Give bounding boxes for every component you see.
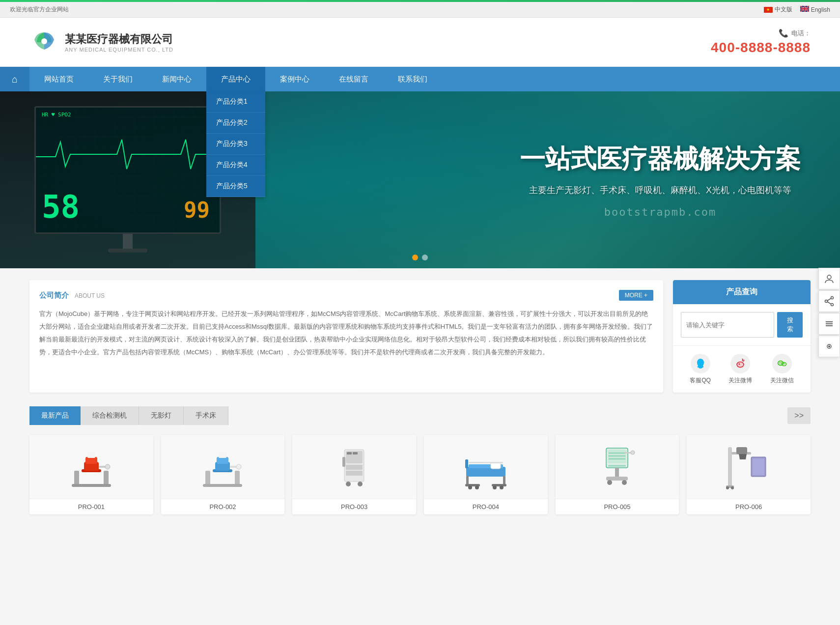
- product-label-001: PRO-001: [29, 499, 153, 514]
- product-card-006[interactable]: PRO-006: [687, 435, 811, 514]
- about-more-button[interactable]: MORE +: [619, 290, 653, 301]
- float-btn-top[interactable]: [818, 336, 840, 357]
- product-img-005: [556, 435, 679, 499]
- product-card-004[interactable]: PRO-004: [424, 435, 548, 514]
- product-img-003: [292, 435, 416, 499]
- social-weibo[interactable]: 关注微博: [728, 354, 752, 385]
- float-btn-share[interactable]: [818, 290, 840, 312]
- product-card-005[interactable]: PRO-005: [556, 435, 679, 514]
- logo-text: 某某医疗器械有限公司 ANY MEDICAL EQUIPMENT CO., LT…: [65, 32, 173, 53]
- about-content: 官方（MojoCube）基于网络，专注于网页设计和网站程序开发。已经开发一系列网…: [39, 308, 653, 359]
- float-btn-service[interactable]: [818, 268, 840, 289]
- lang-en-label: English: [811, 6, 830, 13]
- svg-rect-38: [203, 484, 242, 487]
- pq-search-input[interactable]: [681, 312, 774, 338]
- nav-dropdown-item-2[interactable]: 产品分类2: [206, 113, 265, 134]
- prod-tab-next-button[interactable]: >>: [787, 407, 811, 424]
- about-query-row: 公司简介 ABOUT US MORE + 官方（MojoCube）基于网络，专注…: [29, 280, 811, 393]
- product-svg-005: [592, 442, 642, 491]
- nav-dropdown-item-1[interactable]: 产品分类1: [206, 91, 265, 113]
- nav-home-button[interactable]: ⌂: [0, 67, 29, 91]
- nav-dropdown-item-5[interactable]: 产品分类5: [206, 176, 265, 197]
- svg-point-85: [731, 486, 734, 489]
- svg-point-76: [631, 451, 635, 455]
- nav-item-cases[interactable]: 案例中心: [265, 67, 324, 91]
- svg-point-5: [831, 304, 834, 306]
- wechat-icon: [772, 354, 792, 373]
- product-card-002[interactable]: PRO-002: [161, 435, 285, 514]
- svg-rect-70: [608, 465, 626, 467]
- nav-item-about[interactable]: 关于我们: [88, 67, 147, 91]
- nav-item-message[interactable]: 在线留言: [324, 67, 383, 91]
- pq-title: 产品查询: [673, 280, 811, 304]
- about-header: 公司简介 ABOUT US MORE +: [39, 290, 653, 301]
- svg-rect-2: [36, 108, 221, 234]
- nav-item-news[interactable]: 新闻中心: [147, 67, 206, 91]
- svg-rect-81: [736, 447, 747, 454]
- svg-point-21: [781, 363, 782, 364]
- flag-en-icon: [800, 6, 809, 13]
- svg-rect-63: [469, 462, 486, 463]
- phone-label: 📞 电话：: [711, 28, 811, 38]
- nav-item-home[interactable]: 网站首页: [29, 67, 88, 91]
- svg-point-49: [358, 482, 363, 486]
- svg-point-59: [475, 485, 479, 489]
- prod-tab-bed[interactable]: 手术床: [184, 406, 228, 425]
- main-content: 公司简介 ABOUT US MORE + 官方（MojoCube）基于网络，专注…: [0, 268, 840, 526]
- svg-point-61: [500, 485, 504, 489]
- svg-point-58: [468, 485, 472, 489]
- svg-rect-30: [87, 452, 95, 458]
- hero-dot-1[interactable]: [412, 255, 418, 260]
- hero-subtitle: 主要生产无影灯、手术床、呼吸机、麻醉机、X光机，心电图机等等: [520, 184, 801, 196]
- nav-dropdown-item-3[interactable]: 产品分类3: [206, 134, 265, 155]
- welcome-text: 欢迎光临官方企业网站: [10, 5, 69, 14]
- svg-rect-36: [205, 471, 210, 485]
- company-name: 某某医疗器械有限公司: [65, 32, 173, 47]
- svg-point-6: [825, 300, 828, 303]
- svg-rect-35: [217, 457, 228, 464]
- svg-rect-44: [347, 452, 352, 455]
- pq-search-row: 搜索: [673, 304, 811, 346]
- hero-banner: 58 99 HR ♥ SPO2 一站式医疗器械解决方案 主要生产无影灯、手术床、…: [0, 91, 840, 268]
- nav-dropdown-wrapper: 产品中心 产品分类1 产品分类2 产品分类3 产品分类4 产品分类5: [206, 67, 265, 91]
- svg-rect-50: [342, 457, 345, 467]
- about-title-group: 公司简介 ABOUT US: [39, 291, 105, 300]
- prod-tab-light[interactable]: 无影灯: [139, 406, 184, 425]
- about-title: 公司简介: [39, 291, 69, 299]
- hero-dots: [412, 255, 428, 260]
- hero-dot-2[interactable]: [422, 255, 428, 260]
- svg-rect-71: [615, 468, 619, 478]
- svg-rect-78: [753, 458, 764, 475]
- product-card-001[interactable]: PRO-001: [29, 435, 153, 514]
- products-tabs: 最新产品 综合检测机 无影灯 手术床 >>: [29, 406, 811, 425]
- prod-tab-detector[interactable]: 综合检测机: [81, 406, 139, 425]
- product-svg-001: [67, 442, 116, 491]
- svg-rect-45: [353, 452, 358, 455]
- navigation-bar: ⌂ 网站首页 关于我们 新闻中心 产品中心 产品分类1 产品分类2 产品分类3 …: [0, 67, 840, 91]
- product-card-003[interactable]: PRO-003: [292, 435, 416, 514]
- lang-cn[interactable]: 中文版: [764, 5, 792, 14]
- social-wechat[interactable]: 关注微信: [770, 354, 794, 385]
- social-qq[interactable]: 客服QQ: [690, 354, 711, 385]
- product-svg-002: [198, 442, 247, 491]
- products-grid: PRO-001 PRO-0: [29, 435, 811, 514]
- product-svg-004: [461, 442, 510, 491]
- prod-tab-latest[interactable]: 最新产品: [29, 406, 81, 425]
- svg-point-41: [236, 464, 241, 469]
- phone-icon: 📞: [779, 28, 788, 38]
- nav-item-contact[interactable]: 联系我们: [383, 67, 442, 91]
- float-btn-menu[interactable]: [818, 313, 840, 335]
- logo[interactable]: 某某医疗器械有限公司 ANY MEDICAL EQUIPMENT CO., LT…: [29, 28, 173, 57]
- logo-icon: [29, 28, 59, 57]
- svg-rect-79: [728, 447, 732, 486]
- svg-rect-39: [219, 452, 226, 458]
- nav-item-products[interactable]: 产品中心: [206, 67, 265, 91]
- weibo-icon: [730, 354, 750, 373]
- product-img-004: [424, 435, 548, 499]
- lang-en[interactable]: English: [800, 6, 830, 13]
- pq-search-button[interactable]: 搜索: [777, 312, 803, 338]
- site-header: 某某医疗器械有限公司 ANY MEDICAL EQUIPMENT CO., LT…: [0, 18, 840, 67]
- nav-dropdown-item-4[interactable]: 产品分类4: [206, 155, 265, 176]
- page-bottom-spacer: [0, 526, 840, 546]
- svg-rect-64: [486, 462, 503, 463]
